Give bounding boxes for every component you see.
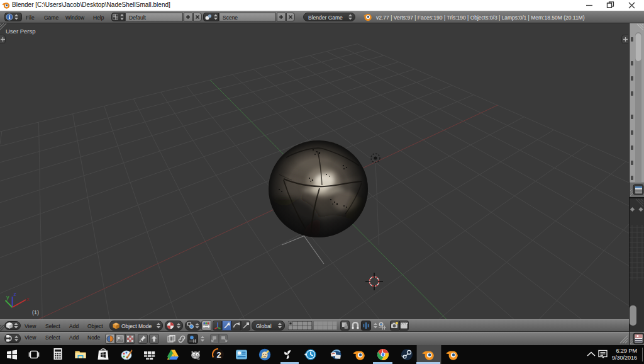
svg-text:x: x [26,296,30,302]
svg-text:z: z [14,291,17,297]
svg-text:2: 2 [216,350,221,360]
svg-text:y: y [6,294,9,300]
